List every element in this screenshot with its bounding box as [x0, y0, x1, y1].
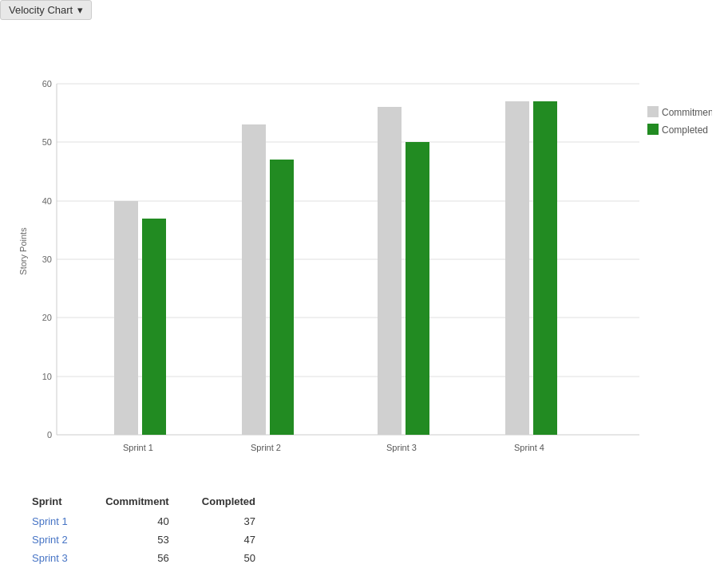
- svg-text:30: 30: [42, 254, 52, 264]
- sprint-cell: Sprint 3: [32, 549, 105, 567]
- bar-sprint1-commitment: [114, 201, 138, 435]
- commitment-cell: 53: [105, 531, 201, 549]
- table-row: Sprint 1 40 37: [32, 512, 287, 531]
- sprint-cell: Sprint 2: [32, 531, 105, 549]
- velocity-chart-svg: Story Points 60 50 40 30 20 10: [16, 36, 712, 467]
- sprint-cell: Sprint 1: [32, 512, 105, 531]
- svg-text:Sprint 2: Sprint 2: [251, 443, 281, 452]
- dropdown-arrow-icon: ▾: [77, 4, 83, 16]
- commitment-cell: 56: [105, 549, 201, 567]
- dropdown-label: Velocity Chart: [9, 4, 73, 16]
- legend-commitment-box: [647, 106, 659, 117]
- chart-container: Story Points 60 50 40 30 20 10: [0, 20, 728, 568]
- bar-sprint4-commitment: [505, 101, 529, 435]
- bar-sprint2-commitment: [242, 124, 266, 435]
- legend-completed-box: [647, 124, 659, 135]
- legend-completed-label: Completed: [662, 124, 708, 136]
- table-row: Sprint 2 53 47: [32, 531, 287, 549]
- data-table: Sprint Commitment Completed Sprint 1 40 …: [32, 491, 287, 568]
- completed-cell: 37: [201, 512, 287, 531]
- sprint-link[interactable]: Sprint 2: [32, 534, 68, 546]
- bar-sprint3-completed: [406, 142, 429, 435]
- completed-cell: 47: [201, 531, 287, 549]
- svg-text:Sprint 3: Sprint 3: [386, 443, 417, 452]
- col-header-commitment: Commitment: [105, 491, 201, 512]
- bar-sprint3-commitment: [378, 107, 402, 435]
- velocity-chart-dropdown[interactable]: Velocity Chart ▾: [0, 0, 92, 20]
- bar-sprint1-completed: [142, 219, 166, 435]
- svg-text:50: 50: [42, 137, 52, 147]
- svg-text:20: 20: [42, 313, 52, 322]
- sprint-link[interactable]: Sprint 1: [32, 515, 68, 527]
- bar-sprint2-completed: [270, 160, 294, 435]
- svg-text:0: 0: [47, 430, 52, 440]
- col-header-completed: Completed: [201, 491, 287, 512]
- completed-cell: 50: [201, 549, 287, 567]
- y-axis-label: Story Points: [18, 227, 28, 275]
- svg-text:Sprint 1: Sprint 1: [123, 443, 153, 452]
- table-row: Sprint 3 56 50: [32, 549, 287, 567]
- svg-text:40: 40: [42, 196, 52, 206]
- commitment-cell: 40: [105, 512, 201, 531]
- sprint-link[interactable]: Sprint 3: [32, 552, 68, 564]
- bar-sprint4-completed: [533, 101, 557, 435]
- svg-text:60: 60: [42, 79, 52, 89]
- svg-text:Sprint 4: Sprint 4: [514, 443, 544, 452]
- col-header-sprint: Sprint: [32, 491, 105, 512]
- toolbar: Velocity Chart ▾: [0, 0, 728, 20]
- legend-commitment-label: Commitment: [662, 107, 712, 118]
- svg-text:10: 10: [42, 372, 52, 381]
